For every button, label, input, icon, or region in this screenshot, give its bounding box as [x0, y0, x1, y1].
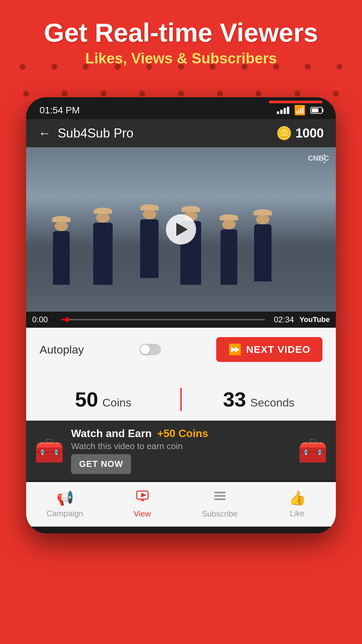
- coin-icon: 🪙: [276, 126, 292, 141]
- nav-label-campaign: Campaign: [47, 509, 83, 518]
- video-thumbnail[interactable]: CNBC: [26, 147, 336, 312]
- main-subheadline: Likes, Views & Subscribers: [0, 50, 362, 67]
- status-time: 01:54 PM: [40, 105, 80, 116]
- main-headline: Get Real-time Viewers: [0, 18, 362, 47]
- earn-title: Watch and Earn: [71, 427, 152, 439]
- signal-bar-1: [277, 111, 279, 114]
- svg-rect-2: [141, 500, 144, 501]
- video-menu-button[interactable]: ⋮: [319, 152, 330, 165]
- next-video-label: NEXT VIDEO: [246, 344, 310, 355]
- notch-pill: [269, 101, 322, 103]
- autoplay-row: Autoplay ⏩ NEXT VIDEO: [40, 337, 322, 362]
- signal-bar-3: [284, 108, 286, 114]
- header-area: Get Real-time Viewers Likes, Views & Sub…: [0, 18, 362, 67]
- svg-marker-1: [141, 493, 146, 497]
- svg-rect-5: [214, 498, 226, 500]
- coins-number: 50: [75, 388, 98, 411]
- nav-item-view[interactable]: View: [104, 489, 181, 519]
- battery-tip: [322, 109, 323, 112]
- video-container: ⋮ CNBC 0:00: [26, 147, 336, 328]
- signal-bar-2: [280, 110, 283, 114]
- status-icons: 📶: [277, 105, 322, 116]
- figure-6: [254, 224, 272, 281]
- app-header-left: ← Sub4Sub Pro: [38, 126, 133, 141]
- app-title: Sub4Sub Pro: [58, 126, 133, 141]
- coins-label: Coins: [102, 396, 131, 409]
- chest-icon-right: 🧰: [298, 436, 328, 465]
- earn-coins-text: +50 Coins: [157, 427, 208, 439]
- wifi-icon: 📶: [294, 105, 306, 116]
- figure-1: [53, 231, 70, 285]
- youtube-logo: YouTube: [299, 315, 330, 324]
- figure-5: [221, 229, 237, 285]
- nav-item-subscribe[interactable]: Subscribe: [181, 489, 258, 519]
- back-button[interactable]: ←: [38, 126, 51, 141]
- nav-item-like[interactable]: 👍 Like: [258, 490, 336, 518]
- play-button[interactable]: [166, 214, 196, 245]
- fast-forward-icon: ⏩: [228, 343, 242, 356]
- battery-fill: [312, 108, 318, 112]
- progress-bar-track[interactable]: [61, 319, 265, 320]
- subscribe-icon: [213, 489, 227, 506]
- campaign-icon: 📢: [56, 490, 74, 506]
- seconds-stat: 33 Seconds: [182, 387, 336, 411]
- battery-icon: [310, 107, 322, 114]
- app-header: ← Sub4Sub Pro 🪙 1000: [26, 119, 336, 147]
- nav-label-subscribe: Subscribe: [202, 509, 238, 519]
- video-duration: 02:34: [270, 315, 294, 324]
- controls-area: Autoplay ⏩ NEXT VIDEO: [26, 328, 336, 381]
- stats-row: 50 Coins 33 Seconds: [26, 381, 336, 421]
- bottom-nav: 📢 Campaign View Subscribe: [26, 482, 336, 527]
- coin-area: 🪙 1000: [276, 126, 324, 141]
- svg-rect-3: [214, 492, 226, 493]
- get-now-button[interactable]: GET NOW: [71, 454, 131, 474]
- autoplay-label: Autoplay: [40, 343, 84, 356]
- progress-dot: [65, 317, 69, 322]
- coin-count: 1000: [295, 126, 324, 141]
- svg-rect-4: [214, 495, 226, 497]
- coins-stat: 50 Coins: [26, 387, 180, 411]
- autoplay-toggle[interactable]: [139, 344, 161, 355]
- nav-label-view: View: [134, 509, 151, 519]
- video-progress-bar: 0:00 02:34 YouTube: [26, 312, 336, 328]
- seconds-label: Seconds: [250, 396, 295, 409]
- earn-content: Watch and Earn +50 Coins Watch this vide…: [71, 427, 291, 474]
- phone-mockup: 01:54 PM 📶 ← Sub4Sub Pro 🪙 100: [26, 97, 336, 533]
- view-icon: [135, 489, 149, 506]
- like-icon: 👍: [289, 490, 306, 506]
- nav-item-campaign[interactable]: 📢 Campaign: [26, 490, 104, 518]
- next-video-button[interactable]: ⏩ NEXT VIDEO: [216, 337, 322, 362]
- signal-bar-4: [287, 107, 289, 114]
- signal-icon: [277, 107, 289, 114]
- play-triangle-icon: [176, 223, 188, 236]
- earn-description: Watch this video to earn coin: [71, 441, 291, 451]
- figure-2: [93, 223, 113, 285]
- video-current-time: 0:00: [32, 315, 56, 324]
- earn-banner: 🧰 Watch and Earn +50 Coins Watch this vi…: [26, 421, 336, 481]
- chest-icon-left: 🧰: [34, 436, 64, 465]
- toggle-knob: [140, 345, 150, 354]
- nav-label-like: Like: [290, 509, 304, 518]
- seconds-number: 33: [223, 388, 246, 411]
- figure-3: [140, 219, 159, 278]
- progress-bar-fill: [61, 319, 67, 320]
